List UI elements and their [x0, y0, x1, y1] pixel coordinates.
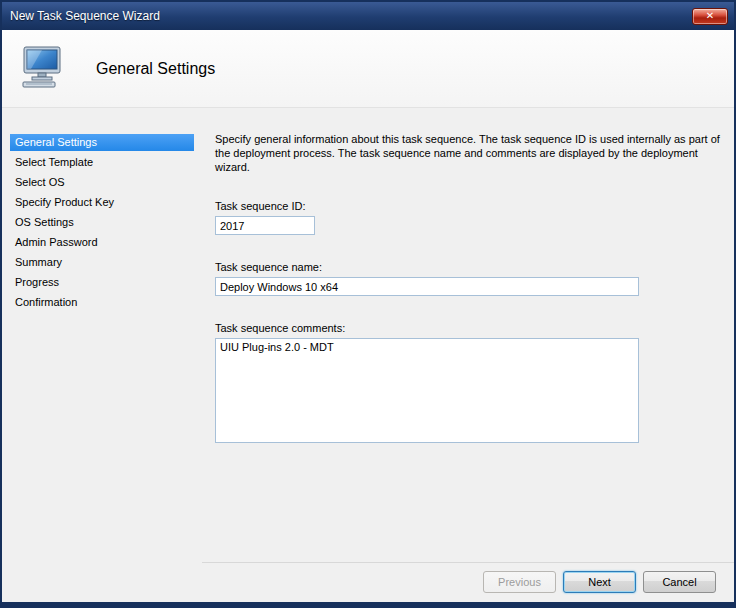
wizard-footer: Previous Next Cancel — [202, 562, 734, 602]
window-title: New Task Sequence Wizard — [10, 9, 692, 23]
wizard-header: General Settings — [2, 30, 734, 108]
cancel-button[interactable]: Cancel — [643, 571, 716, 593]
task-sequence-id-input[interactable] — [215, 216, 315, 235]
task-sequence-comments-label: Task sequence comments: — [215, 322, 716, 334]
sidebar-item-summary[interactable]: Summary — [10, 254, 194, 271]
close-icon: ✕ — [706, 10, 714, 21]
sidebar-item-specify-product-key[interactable]: Specify Product Key — [10, 194, 194, 211]
task-sequence-id-label: Task sequence ID: — [215, 200, 716, 212]
sidebar-item-admin-password[interactable]: Admin Password — [10, 234, 194, 251]
new-task-sequence-wizard-window: New Task Sequence Wizard ✕ — [0, 0, 736, 608]
sidebar-item-os-settings[interactable]: OS Settings — [10, 214, 194, 231]
wizard-body: General Settings Select Template Select … — [2, 108, 734, 602]
sidebar-item-general-settings[interactable]: General Settings — [10, 134, 194, 151]
sidebar-item-select-os[interactable]: Select OS — [10, 174, 194, 191]
general-settings-form: Specify general information about this t… — [202, 108, 734, 562]
page-description: Specify general information about this t… — [215, 132, 731, 174]
task-sequence-name-input[interactable] — [215, 277, 639, 296]
task-sequence-name-label: Task sequence name: — [215, 261, 716, 273]
sidebar-item-confirmation[interactable]: Confirmation — [10, 294, 194, 311]
computer-icon — [20, 46, 66, 92]
next-button[interactable]: Next — [563, 571, 636, 593]
previous-button: Previous — [483, 571, 556, 593]
sidebar-item-select-template[interactable]: Select Template — [10, 154, 194, 171]
wizard-step-list: General Settings Select Template Select … — [2, 108, 202, 602]
sidebar-item-progress[interactable]: Progress — [10, 274, 194, 291]
content-column: Specify general information about this t… — [202, 108, 734, 602]
title-bar[interactable]: New Task Sequence Wizard ✕ — [2, 2, 734, 30]
task-sequence-comments-textarea[interactable]: UIU Plug-ins 2.0 - MDT — [215, 338, 639, 443]
close-button[interactable]: ✕ — [692, 8, 728, 25]
page-title: General Settings — [96, 60, 215, 78]
